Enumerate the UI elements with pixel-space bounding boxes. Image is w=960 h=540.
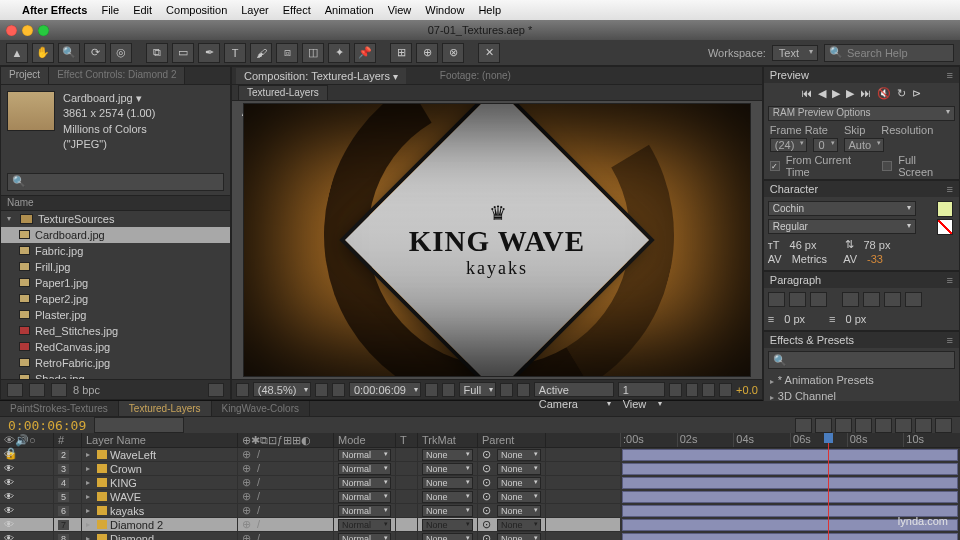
visibility-toggle[interactable]: 👁	[4, 519, 14, 530]
type-tool[interactable]: T	[224, 43, 246, 63]
interpret-footage-icon[interactable]	[7, 383, 23, 397]
snap-tool[interactable]: ✕	[478, 43, 500, 63]
menu-app[interactable]: After Effects	[22, 4, 87, 16]
views-dropdown[interactable]: 1 View	[618, 382, 665, 397]
justify-center-button[interactable]	[863, 292, 880, 307]
eraser-tool[interactable]: ◫	[302, 43, 324, 63]
axis-local[interactable]: ⊞	[390, 43, 412, 63]
new-comp-icon[interactable]	[51, 383, 67, 397]
current-timecode[interactable]: 0:00:06:09	[8, 418, 86, 433]
play-button[interactable]: ▶	[832, 87, 840, 100]
next-frame-button[interactable]: ▶	[846, 87, 854, 100]
parent-pickwhip[interactable]: ⊙	[482, 504, 491, 517]
parent-pickwhip[interactable]: ⊙	[482, 518, 491, 531]
fast-preview-icon[interactable]	[686, 383, 699, 397]
project-item[interactable]: Fabric.jpg	[1, 243, 230, 259]
project-item[interactable]: Cardboard.jpg	[1, 227, 230, 243]
layer-bar[interactable]	[622, 519, 958, 531]
help-search[interactable]: 🔍Search Help	[824, 44, 954, 62]
project-item[interactable]: Plaster.jpg	[1, 307, 230, 323]
camera-tool[interactable]: ◎	[110, 43, 132, 63]
trkmat-dropdown[interactable]: None	[422, 533, 473, 541]
skip-dropdown[interactable]: 0	[813, 138, 837, 152]
timeline-search[interactable]	[94, 417, 184, 433]
layer-row[interactable]: 👁4▸KING⊕ /NormalNone⊙None	[0, 476, 620, 490]
project-item[interactable]: Frill.jpg	[1, 259, 230, 275]
visibility-toggle[interactable]: 👁	[4, 449, 14, 460]
blend-mode-dropdown[interactable]: Normal	[338, 477, 391, 489]
parent-dropdown[interactable]: None	[497, 491, 541, 503]
zoom-button[interactable]	[38, 25, 49, 36]
pan-behind-tool[interactable]: ⧉	[146, 43, 168, 63]
panel-menu-icon[interactable]: ≡	[947, 334, 953, 346]
parent-dropdown[interactable]: None	[497, 449, 541, 461]
exposure-value[interactable]: +0.0	[736, 384, 758, 396]
project-column-header[interactable]: Name	[1, 195, 230, 211]
draft-3d-icon[interactable]	[815, 418, 832, 433]
kerning[interactable]: Metrics	[792, 253, 827, 265]
menu-view[interactable]: View	[388, 4, 412, 16]
project-item[interactable]: RedCanvas.jpg	[1, 339, 230, 355]
visibility-toggle[interactable]: 👁	[4, 533, 14, 540]
macos-menubar[interactable]: After Effects File Edit Composition Laye…	[0, 0, 960, 20]
stroke-color-swatch[interactable]	[937, 219, 953, 235]
loop-button[interactable]: ↻	[897, 87, 906, 100]
parent-pickwhip[interactable]: ⊙	[482, 532, 491, 540]
ram-preview-button[interactable]: ⊳	[912, 87, 921, 100]
current-time[interactable]: 0:00:06:09	[349, 382, 421, 397]
visibility-toggle[interactable]: 👁	[4, 477, 14, 488]
layer-bar[interactable]	[622, 491, 958, 503]
trkmat-dropdown[interactable]: None	[422, 463, 473, 475]
auto-keyframe-icon[interactable]	[915, 418, 932, 433]
project-item[interactable]: RetroFabric.jpg	[1, 355, 230, 371]
selection-tool[interactable]: ▲	[6, 43, 28, 63]
timeline-tab[interactable]: KingWave-Colors	[212, 401, 310, 416]
brainstorm-icon[interactable]	[895, 418, 912, 433]
layer-bar[interactable]	[622, 449, 958, 461]
align-right-button[interactable]	[810, 292, 827, 307]
time-ruler[interactable]: :00s02s04s06s08s10s	[620, 433, 960, 448]
motion-blur-icon[interactable]	[875, 418, 892, 433]
trkmat-dropdown[interactable]: None	[422, 519, 473, 531]
trkmat-dropdown[interactable]: None	[422, 477, 473, 489]
blend-mode-dropdown[interactable]: Normal	[338, 463, 391, 475]
framerate-dropdown[interactable]: (24)	[770, 138, 808, 152]
frame-blend-icon[interactable]	[855, 418, 872, 433]
font-family-dropdown[interactable]: Cochin	[768, 201, 916, 216]
layer-row[interactable]: 👁7▸Diamond 2⊕ /NormalNone⊙None	[0, 518, 620, 532]
axis-view[interactable]: ⊗	[442, 43, 464, 63]
timeline-tab[interactable]: PaintStrokes-Textures	[0, 401, 119, 416]
menu-edit[interactable]: Edit	[133, 4, 152, 16]
blend-mode-dropdown[interactable]: Normal	[338, 533, 391, 541]
project-item[interactable]: Red_Stitches.jpg	[1, 323, 230, 339]
footage-tab[interactable]: Footage: (none)	[432, 68, 519, 83]
bpc-toggle[interactable]: 8 bpc	[73, 384, 100, 396]
parent-dropdown[interactable]: None	[497, 463, 541, 475]
menu-composition[interactable]: Composition	[166, 4, 227, 16]
menu-animation[interactable]: Animation	[325, 4, 374, 16]
fill-color-swatch[interactable]	[937, 201, 953, 217]
parent-pickwhip[interactable]: ⊙	[482, 448, 491, 461]
effects-search[interactable]: 🔍	[768, 351, 955, 369]
traffic-lights[interactable]	[6, 25, 49, 36]
project-search[interactable]: 🔍	[7, 173, 224, 191]
layer-row[interactable]: 👁8▸Diamond⊕ /NormalNone⊙None	[0, 532, 620, 540]
axis-world[interactable]: ⊕	[416, 43, 438, 63]
layer-row[interactable]: 👁2▸WaveLeft⊕ /NormalNone⊙None	[0, 448, 620, 462]
blend-mode-dropdown[interactable]: Normal	[338, 491, 391, 503]
justify-left-button[interactable]	[842, 292, 859, 307]
parent-dropdown[interactable]: None	[497, 477, 541, 489]
channel-icon[interactable]	[442, 383, 455, 397]
parent-pickwhip[interactable]: ⊙	[482, 490, 491, 503]
parent-pickwhip[interactable]: ⊙	[482, 462, 491, 475]
parent-pickwhip[interactable]: ⊙	[482, 476, 491, 489]
font-style-dropdown[interactable]: Regular	[768, 219, 916, 234]
camera-dropdown[interactable]: Active Camera	[534, 382, 614, 397]
fullscreen-checkbox[interactable]	[882, 161, 892, 171]
justify-right-button[interactable]	[884, 292, 901, 307]
composition-viewer[interactable]: Active Camera ♛ KING WAVE kayaks	[232, 101, 762, 379]
roto-tool[interactable]: ✦	[328, 43, 350, 63]
always-preview-icon[interactable]	[236, 383, 249, 397]
panel-menu-icon[interactable]: ≡	[947, 274, 953, 286]
effect-controls-tab[interactable]: Effect Controls: Diamond 2	[49, 67, 185, 84]
